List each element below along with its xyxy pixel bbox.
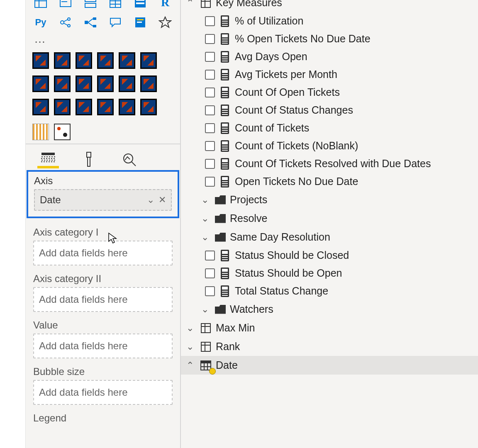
viz-multirow-icon[interactable] — [82, 0, 99, 11]
custom-viz-icon[interactable] — [97, 52, 114, 69]
table-max-min[interactable]: ⌄ Max Min — [181, 319, 478, 337]
custom-viz-icon[interactable] — [76, 99, 92, 115]
custom-viz-icon[interactable] — [119, 99, 135, 115]
field-checkbox[interactable] — [205, 268, 215, 278]
viz-card-icon[interactable] — [57, 0, 74, 11]
custom-viz-icon[interactable] — [32, 52, 49, 69]
field-label: Count of Tickets (NoBlank) — [235, 140, 358, 152]
custom-viz-icon[interactable] — [32, 75, 49, 92]
measure-field[interactable]: % Open Tickets No Due Date — [181, 30, 478, 48]
axis-field-pill[interactable]: Date ⌄ ✕ — [34, 189, 172, 211]
remove-field-icon[interactable]: ✕ — [159, 195, 166, 205]
field-checkbox[interactable] — [205, 159, 215, 169]
field-label: Avg Tickets per Month — [235, 68, 337, 80]
viz-python-icon[interactable]: Py — [32, 14, 49, 31]
custom-viz-icon[interactable] — [119, 52, 135, 69]
field-checkbox[interactable] — [205, 52, 215, 62]
field-checkbox[interactable] — [205, 286, 215, 296]
measure-field[interactable]: Avg Days Open — [181, 48, 478, 66]
measure-field[interactable]: Count of Tickets — [181, 119, 478, 137]
measure-field[interactable]: Count Of Tickets Resolved with Due Dates — [181, 155, 478, 173]
field-checkbox[interactable] — [205, 141, 215, 151]
folder-row[interactable]: ⌄ Resolve — [181, 209, 478, 228]
chevron-up-icon[interactable]: ⌃ — [184, 0, 196, 8]
chevron-down-icon[interactable]: ⌄ — [147, 195, 154, 205]
axis-well-highlight: Axis Date ⌄ ✕ — [27, 170, 179, 218]
folder-icon — [215, 305, 226, 314]
custom-viz-icon[interactable] — [54, 99, 71, 115]
table-rank[interactable]: ⌄ Rank — [181, 337, 478, 356]
folder-watchers[interactable]: ⌄ Watchers — [181, 300, 478, 319]
chevron-down-icon[interactable]: ⌄ — [199, 304, 211, 315]
chevron-up-icon[interactable]: ⌃ — [184, 360, 196, 371]
viz-narrative-icon[interactable] — [132, 14, 149, 31]
folder-name: Watchers — [230, 303, 273, 315]
viz-more-ellipsis[interactable]: … — [26, 32, 180, 49]
measure-field[interactable]: % of Utilization — [181, 12, 478, 30]
viz-qna-icon[interactable] — [107, 14, 124, 31]
custom-viz-heatmap-icon[interactable] — [32, 124, 49, 140]
axis-field-name: Date — [40, 194, 61, 206]
tab-format-icon[interactable] — [78, 150, 100, 168]
custom-viz-icon[interactable] — [97, 99, 114, 115]
axis-cat1-label: Axis category I — [33, 226, 173, 238]
custom-viz-icon[interactable] — [76, 75, 92, 92]
viz-matrix-icon[interactable] — [32, 0, 49, 11]
chevron-down-icon[interactable]: ⌄ — [184, 341, 196, 352]
field-label: Avg Days Open — [235, 51, 307, 63]
custom-viz-icon[interactable] — [32, 99, 49, 115]
field-checkbox[interactable] — [205, 16, 215, 26]
chevron-down-icon[interactable]: ⌄ — [184, 323, 196, 334]
field-checkbox[interactable] — [205, 105, 215, 115]
custom-viz-icon[interactable] — [119, 75, 135, 92]
table-date[interactable]: ⌃ Date — [181, 356, 478, 375]
custom-viz-icon[interactable] — [76, 52, 92, 69]
field-checkbox[interactable] — [205, 88, 215, 97]
tab-fields-icon[interactable] — [37, 150, 59, 168]
folder-row[interactable]: ⌄ Same Day Resolution — [181, 228, 478, 246]
custom-viz-icon[interactable] — [54, 52, 71, 69]
folder-row[interactable]: ⌄ Projects — [181, 190, 478, 209]
custom-viz-icon[interactable] — [97, 75, 114, 92]
field-checkbox[interactable] — [205, 177, 215, 187]
table-name: Rank — [216, 341, 240, 353]
measure-field[interactable]: Status Should be Open — [181, 264, 478, 282]
measure-field[interactable]: Total Status Change — [181, 282, 478, 300]
custom-viz-icon[interactable] — [140, 75, 157, 92]
viz-decomposition-icon[interactable] — [82, 14, 99, 31]
measure-field[interactable]: Open Tickets No Due Date — [181, 173, 478, 190]
field-label: % of Utilization — [235, 15, 303, 27]
viz-keyinfluencers-icon[interactable] — [57, 14, 74, 31]
axis-cat2-label: Axis category II — [33, 273, 173, 285]
measure-icon — [221, 33, 229, 45]
viz-getmore-icon[interactable] — [157, 14, 173, 31]
measure-field[interactable]: Count Of Open Tickets — [181, 83, 478, 101]
custom-viz-scatter-icon[interactable] — [54, 124, 71, 140]
table-key-measures[interactable]: ⌃ Key Measures — [181, 0, 478, 12]
chevron-down-icon[interactable]: ⌄ — [199, 195, 211, 205]
tab-analytics-icon[interactable] — [119, 150, 140, 168]
axis-well-label: Axis — [34, 175, 172, 187]
chevron-down-icon[interactable]: ⌄ — [199, 232, 211, 243]
viz-slicer-icon[interactable] — [132, 0, 149, 11]
value-dropzone[interactable]: Add data fields here — [33, 334, 173, 358]
viz-table-icon[interactable] — [107, 0, 124, 11]
axis-cat1-dropzone[interactable]: Add data fields here — [33, 241, 173, 265]
field-checkbox[interactable] — [205, 34, 215, 44]
custom-viz-icon[interactable] — [140, 52, 157, 69]
measure-field[interactable]: Status Should be Closed — [181, 246, 478, 264]
field-checkbox[interactable] — [205, 123, 215, 133]
field-checkbox[interactable] — [205, 251, 215, 261]
field-checkbox[interactable] — [205, 70, 215, 80]
measure-field[interactable]: Avg Tickets per Month — [181, 66, 478, 83]
measure-field[interactable]: Count of Tickets (NoBlank) — [181, 137, 478, 155]
measure-icon — [221, 285, 229, 297]
axis-cat2-dropzone[interactable]: Add data fields here — [33, 287, 173, 312]
measure-field[interactable]: Count Of Status Changes — [181, 101, 478, 119]
custom-viz-icon[interactable] — [140, 99, 157, 115]
viz-r-icon[interactable]: R — [157, 0, 173, 11]
bubble-dropzone[interactable]: Add data fields here — [33, 380, 173, 405]
chevron-down-icon[interactable]: ⌄ — [199, 213, 211, 224]
field-wells: Axis Date ⌄ ✕ Axis category I Add data f… — [26, 170, 180, 424]
custom-viz-icon[interactable] — [54, 75, 71, 92]
